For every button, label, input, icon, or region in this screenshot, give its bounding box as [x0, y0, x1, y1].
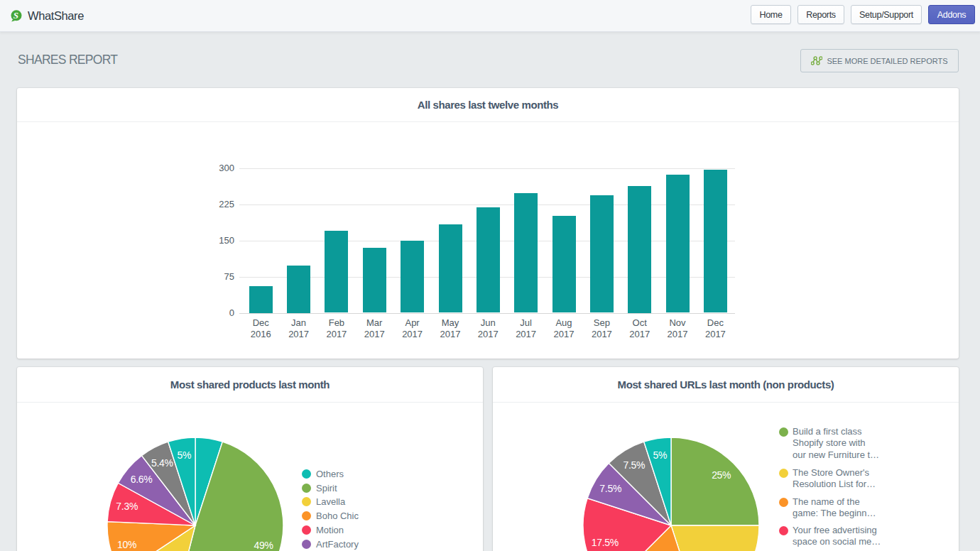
svg-text:S: S	[13, 10, 18, 21]
svg-text:49%: 49%	[254, 540, 273, 551]
svg-text:17.5%: 17.5%	[592, 537, 619, 548]
svg-text:5.4%: 5.4%	[151, 457, 173, 469]
svg-text:7.5%: 7.5%	[623, 459, 645, 471]
svg-text:25%: 25%	[712, 469, 731, 481]
svg-text:7.5%: 7.5%	[599, 483, 621, 494]
svg-text:5%: 5%	[653, 449, 668, 461]
svg-text:6.6%: 6.6%	[131, 474, 153, 485]
svg-text:5%: 5%	[178, 449, 192, 461]
svg-text:7.3%: 7.3%	[116, 501, 138, 512]
svg-text:10%: 10%	[117, 539, 136, 550]
